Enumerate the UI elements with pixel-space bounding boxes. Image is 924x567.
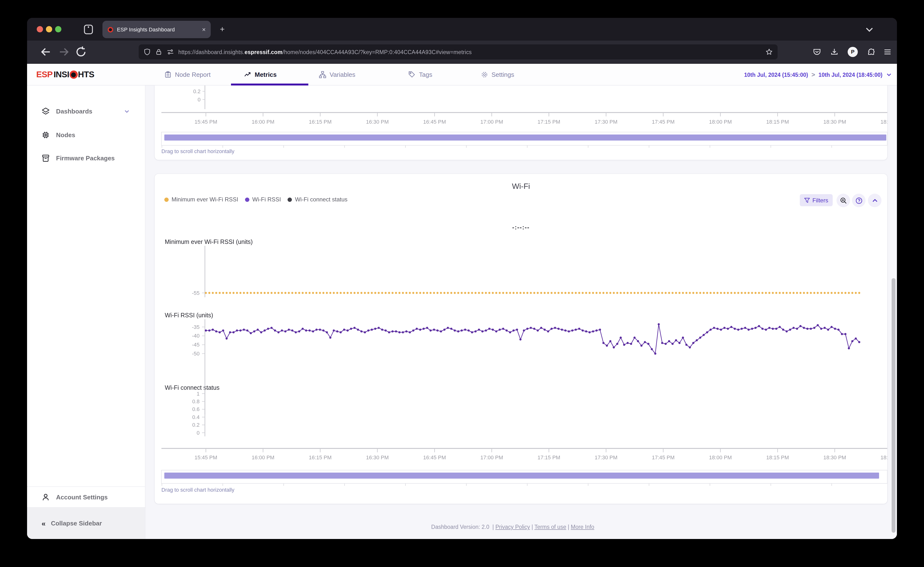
min-ever-rssi-point — [817, 292, 819, 294]
bookmark-star-icon[interactable] — [765, 48, 773, 56]
min-ever-rssi-point — [239, 292, 241, 294]
min-ever-rssi-point — [692, 292, 694, 294]
wifi-rssi-point — [803, 327, 805, 329]
footer-link-more-info[interactable]: More Info — [571, 524, 594, 530]
min-ever-rssi-point — [395, 292, 397, 294]
downloads-icon[interactable] — [830, 48, 838, 56]
y-tick-label: 1 — [197, 391, 200, 397]
url-bar[interactable]: https://dashboard.insights.espressif.com… — [139, 44, 778, 59]
wifi-rssi-point — [233, 332, 234, 333]
wifi-rssi-point — [447, 327, 449, 329]
back-icon[interactable] — [40, 46, 52, 58]
wifi-rssi-point — [779, 326, 781, 328]
min-ever-rssi-point — [295, 292, 297, 294]
wifi-rssi-point — [609, 340, 611, 342]
tab-tags[interactable]: Tags — [409, 64, 432, 86]
sidebar-item-account-settings[interactable]: Account Settings — [27, 489, 146, 505]
wifi-rssi-point — [644, 341, 646, 343]
min-ever-rssi-point — [786, 292, 787, 294]
tab-favicon — [107, 26, 114, 33]
collapse-sidebar-button[interactable]: « Collapse Sidebar — [27, 507, 145, 539]
wifi-rssi-point — [799, 325, 801, 327]
min-ever-rssi-point — [426, 292, 428, 294]
min-ever-rssi-point — [668, 292, 670, 294]
wifi-rssi-point — [391, 330, 394, 333]
profile-avatar[interactable]: P — [847, 47, 858, 57]
min-ever-rssi-point — [648, 292, 649, 294]
min-ever-rssi-point — [298, 292, 300, 294]
min-ever-rssi-point — [630, 292, 632, 294]
wifi-rssi-point — [796, 328, 798, 330]
min-ever-rssi-point — [316, 292, 317, 294]
menu-hamburger-icon[interactable] — [883, 48, 892, 56]
extensions-puzzle-icon[interactable] — [867, 48, 875, 56]
time-tick-label: 17:30 PM — [595, 454, 618, 460]
wifi-rssi-point — [395, 330, 397, 333]
url-domain: espressif.com — [245, 49, 282, 55]
wifi-rssi-point — [855, 338, 857, 339]
gear-icon — [481, 71, 488, 78]
wifi-rssi-point — [672, 343, 674, 345]
chart-scroll-thumb[interactable] — [164, 472, 879, 478]
wifi-rssi-point — [831, 326, 833, 328]
wifi-rssi-point — [841, 333, 843, 335]
min-ever-rssi-point — [319, 292, 321, 294]
wifi-rssi-point — [786, 330, 788, 333]
tag-icon — [409, 71, 416, 78]
min-ever-rssi-point — [419, 292, 421, 294]
min-ever-rssi-point — [374, 292, 376, 294]
chip-icon — [42, 130, 50, 139]
footer-link-privacy-policy[interactable]: Privacy Policy — [495, 524, 530, 530]
tab-title: ESP Insights Dashboard — [117, 27, 199, 32]
wifi-rssi-point — [744, 327, 746, 329]
firefox-view-icon[interactable] — [83, 24, 94, 35]
chart-scroll-thumb[interactable] — [164, 135, 886, 141]
min-ever-rssi-point — [661, 292, 663, 294]
wifi-rssi-point — [720, 328, 722, 331]
tab-settings[interactable]: Settings — [481, 64, 514, 86]
shield-icon[interactable] — [144, 48, 151, 56]
wifi-rssi-point — [212, 328, 214, 331]
tab-variables-label: Variables — [330, 71, 355, 78]
url-prefix: https://dashboard.insights. — [178, 49, 245, 55]
wifi-rssi-point — [775, 328, 777, 330]
min-ever-rssi-point — [565, 292, 566, 294]
min-ever-rssi-point — [378, 292, 380, 294]
tab-node-report[interactable]: Node Report — [164, 64, 210, 86]
footer-link-terms-of-use[interactable]: Terms of use — [535, 524, 566, 530]
y-tick-label: -40 — [192, 333, 200, 339]
lock-icon[interactable] — [155, 48, 162, 56]
tab-list-chevron-icon[interactable] — [864, 24, 875, 35]
sidebar-item-nodes[interactable]: Nodes — [27, 126, 146, 143]
archive-box-icon — [42, 154, 50, 162]
window-minimize-button[interactable] — [46, 26, 52, 32]
vertical-scrollbar-thumb[interactable] — [892, 278, 895, 533]
time-tick-label: 17:00 PM — [480, 119, 503, 125]
forward-icon[interactable] — [58, 46, 70, 58]
tab-variables[interactable]: Variables — [319, 64, 355, 86]
reload-icon[interactable] — [75, 46, 87, 58]
date-range-picker[interactable]: 10th Jul, 2024 (15:45:00) > 10th Jul, 20… — [744, 64, 892, 86]
window-close-button[interactable] — [37, 26, 43, 32]
permissions-icon[interactable] — [167, 48, 174, 56]
esp-insights-logo[interactable]: ESPINSIHTS — [36, 69, 94, 81]
sidebar-item-firmware-packages[interactable]: Firmware Packages — [27, 150, 146, 166]
tab-metrics[interactable]: Metrics — [244, 64, 276, 86]
wifi-rssi-point — [450, 328, 452, 330]
tab-close-icon[interactable]: ✕ — [202, 27, 206, 32]
wifi-rssi-point — [340, 332, 342, 333]
min-ever-rssi-point — [347, 292, 349, 294]
browser-tab[interactable]: ESP Insights Dashboard ✕ — [102, 21, 211, 38]
window-zoom-button[interactable] — [55, 26, 62, 32]
wifi-rssi-point — [734, 328, 736, 330]
wifi-rssi-point — [654, 352, 656, 355]
new-tab-button[interactable]: + — [216, 24, 228, 35]
min-ever-rssi-point — [748, 292, 750, 294]
pocket-icon[interactable] — [813, 48, 821, 56]
sidebar-item-dashboards[interactable]: Dashboards — [27, 103, 146, 119]
min-ever-rssi-point — [706, 292, 708, 294]
url-text[interactable]: https://dashboard.insights.espressif.com… — [178, 49, 762, 55]
min-ever-rssi-point — [464, 292, 466, 294]
wifi-rssi-point — [388, 332, 390, 333]
time-tick-label: 18:30 PM — [823, 454, 846, 460]
